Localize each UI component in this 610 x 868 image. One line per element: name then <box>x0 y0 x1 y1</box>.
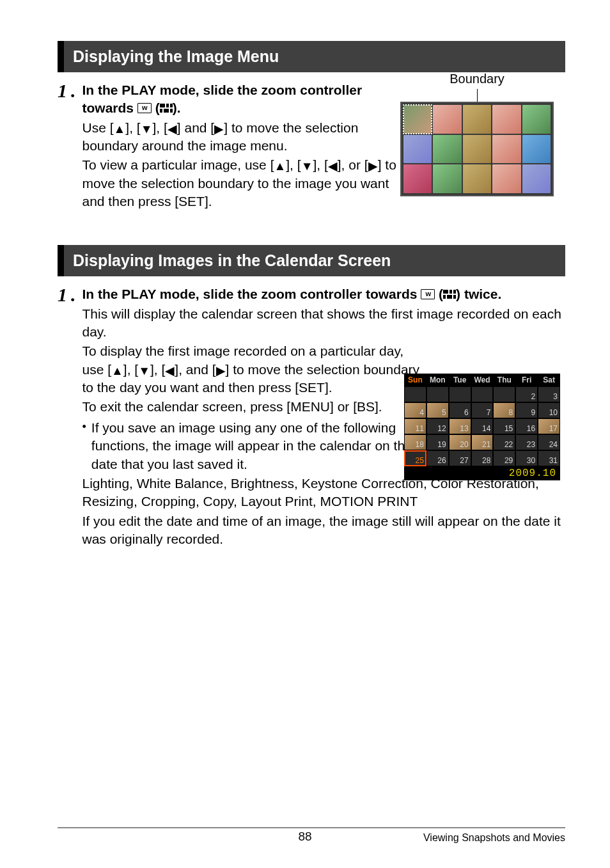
arrow-up-icon: ▲ <box>274 159 286 173</box>
thumbnail <box>492 105 520 134</box>
calendar-cell: 15 <box>493 418 515 434</box>
svg-rect-6 <box>443 290 448 294</box>
calendar-cell: 21 <box>471 434 494 450</box>
thumbnail <box>522 105 551 134</box>
step-description: Use [▲], [▼], [◀] and [▶] to move the se… <box>82 119 415 155</box>
step-number: 1 <box>58 81 67 100</box>
calendar-cell: 5 <box>426 402 449 418</box>
text: In the PLAY mode, slide the zoom control… <box>82 287 421 301</box>
boundary-label: Boundary <box>394 72 560 86</box>
calendar-cell: 30 <box>515 450 538 466</box>
calendar-cell <box>404 386 426 402</box>
svg-rect-4 <box>164 109 169 113</box>
step-number-dot: . <box>71 81 76 100</box>
svg-rect-9 <box>443 295 446 299</box>
thumbnail <box>403 164 432 193</box>
thumbnail <box>433 105 461 134</box>
arrow-up-icon: ▲ <box>114 122 126 135</box>
calendar-header-row: SunMonTueWedThuFriSat <box>404 374 560 386</box>
calendar-day-header: Mon <box>426 374 449 386</box>
calendar-cell <box>471 386 494 402</box>
calendar-cell: 23 <box>515 434 538 450</box>
bullet-item: • If you save an image using any one of … <box>82 419 421 473</box>
svg-rect-5 <box>170 109 173 113</box>
calendar-day-header: Thu <box>493 374 515 386</box>
thumbnail <box>492 135 520 164</box>
calendar-cell: 9 <box>515 402 538 418</box>
calendar-cell: 6 <box>449 402 471 418</box>
bullet-text: If you save an image using any one of th… <box>91 419 421 473</box>
section-header-image-menu: Displaying the Image Menu <box>58 41 565 72</box>
calendar-date-footer: 2009.10 <box>404 466 560 480</box>
calendar-cell: 12 <box>426 418 449 434</box>
text: Use [ <box>82 120 114 135</box>
text: ( <box>435 287 443 301</box>
calendar-cell: 18 <box>404 434 426 450</box>
zoom-wide-icon: w <box>137 103 152 113</box>
arrow-left-icon: ◀ <box>328 159 338 173</box>
footer-section-title: Viewing Snapshots and Movies <box>423 832 565 844</box>
calendar-cell: 7 <box>471 402 494 418</box>
calendar-cell: 3 <box>538 386 560 402</box>
calendar-cell: 25 <box>404 450 426 466</box>
text: ) twice. <box>456 287 501 301</box>
thumbnail-selected <box>403 105 432 134</box>
text: ], [ <box>125 120 140 135</box>
text: ], [ <box>313 157 327 172</box>
text: ], [ <box>286 157 301 172</box>
thumbnail <box>403 135 432 164</box>
calendar-day-header: Tue <box>449 374 471 386</box>
calendar-cell: 29 <box>493 450 515 466</box>
arrow-right-icon: ▶ <box>214 122 224 135</box>
boundary-pointer <box>477 89 478 102</box>
svg-rect-7 <box>450 290 452 294</box>
arrow-down-icon: ▼ <box>141 122 153 135</box>
calendar-cell: 28 <box>471 450 494 466</box>
calendar-figure: SunMonTueWedThuFriSat 234567891011121314… <box>404 374 560 480</box>
step-exit-description: To exit the calendar screen, press [MENU… <box>82 398 421 416</box>
calendar-cell: 19 <box>426 434 449 450</box>
svg-rect-3 <box>160 109 162 113</box>
calendar-cell: 10 <box>538 402 560 418</box>
thumbnail <box>433 135 461 164</box>
calendar-day-header: Fri <box>515 374 538 386</box>
thumbnail <box>463 105 491 134</box>
calendar-cell: 16 <box>515 418 538 434</box>
text: ], [ <box>123 362 138 377</box>
text: ], [ <box>152 120 167 135</box>
calendar-cell: 14 <box>471 418 494 434</box>
calendar-cell: 11 <box>404 418 426 434</box>
footer-row: 88 Viewing Snapshots and Movies <box>58 832 565 844</box>
step-description-2: To view a particular image, use [▲], [▼]… <box>82 156 415 210</box>
calendar-cell: 4 <box>404 402 426 418</box>
thumbnail <box>522 135 551 164</box>
calendar-preview: SunMonTueWedThuFriSat 234567891011121314… <box>404 374 560 480</box>
text: To view a particular image, use [ <box>82 157 274 172</box>
calendar-cell <box>449 386 471 402</box>
text: ] and [ <box>177 120 214 135</box>
calendar-day-header: Wed <box>471 374 494 386</box>
svg-rect-11 <box>453 295 456 299</box>
calendar-cell: 24 <box>538 434 560 450</box>
arrow-down-icon: ▼ <box>138 363 150 377</box>
thumbnail <box>492 164 520 193</box>
calendar-cell: 2 <box>515 386 538 402</box>
calendar-cell: 22 <box>493 434 515 450</box>
svg-rect-2 <box>170 104 173 107</box>
text: ( <box>152 100 160 115</box>
arrow-left-icon: ◀ <box>165 363 175 377</box>
step-description-nav: To display the first image recorded on a… <box>82 342 421 397</box>
section-header-calendar: Displaying Images in the Calendar Screen <box>58 245 565 276</box>
thumbnail-grid-icon <box>160 100 173 115</box>
text: ). <box>173 100 181 115</box>
bullet-icon: • <box>82 419 86 473</box>
svg-rect-1 <box>166 104 169 107</box>
step-instruction: In the PLAY mode, slide the zoom control… <box>82 285 566 303</box>
step-intro-description: This will display the calendar screen th… <box>82 305 566 342</box>
svg-rect-0 <box>160 104 165 107</box>
footer-divider <box>58 827 565 828</box>
calendar-cell: 27 <box>449 450 471 466</box>
step-instruction: In the PLAY mode, slide the zoom control… <box>82 81 415 118</box>
text: ], and [ <box>175 362 215 377</box>
calendar-cell: 20 <box>449 434 471 450</box>
